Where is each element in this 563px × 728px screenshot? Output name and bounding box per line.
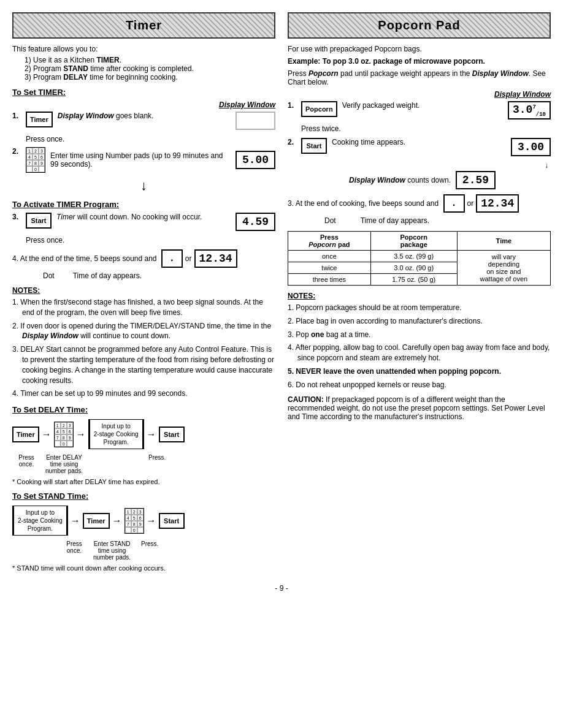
step4-display-val: 12.34 xyxy=(199,252,232,265)
stand-press2-label: Press. xyxy=(137,540,163,561)
note-2: 2. If oven door is opened during the TIM… xyxy=(12,321,275,342)
table-cell-pkg-2: 3.0 oz. (90 g) xyxy=(370,262,457,274)
pop-dw-text: counts down. xyxy=(407,176,451,184)
step1-press: Press once. xyxy=(26,135,275,143)
step2-desc: Enter time using Number pads (up to 99 m… xyxy=(50,151,223,169)
step4-or: or xyxy=(185,254,192,263)
pop-dw-desc: Display Window counts down. xyxy=(349,176,451,184)
popcorn-example: Example: To pop 3.0 oz. package of micro… xyxy=(288,57,551,66)
notes-title-right: NOTES: xyxy=(288,292,551,300)
pop-dw-italic: Display Window xyxy=(349,176,405,184)
stand-bracket: Input up to2-stage CookingProgram. xyxy=(12,506,68,536)
step4-labels: Dot Time of day appears. xyxy=(43,271,275,280)
stand-labels: Pressonce. Enter STANDtime usingnumber p… xyxy=(12,540,275,561)
step2-content: Enter time using Number pads (up to 99 m… xyxy=(50,151,231,169)
pop-down-arrow: ↓ xyxy=(288,161,551,170)
step4-dot-display: . xyxy=(161,249,183,268)
pop-step2-content: Cooking time appears. xyxy=(332,138,506,146)
step3-display: 4.59 xyxy=(236,213,275,231)
step1-num: 1. xyxy=(12,112,21,120)
stand-arrow3: → xyxy=(147,515,156,526)
down-arrow: ↓ xyxy=(12,178,275,194)
stand-press-label: Pressonce. xyxy=(61,540,87,561)
stand-enter-label: Enter STANDtime usingnumber pads. xyxy=(93,540,131,561)
stand-start-button[interactable]: Start xyxy=(159,513,185,529)
caution-text: CAUTION: If prepackaged popcorn is of a … xyxy=(288,395,551,421)
step3-italic: Timer xyxy=(56,213,75,221)
table-cell-press-1: once xyxy=(288,251,371,262)
timer-button-1[interactable]: Timer xyxy=(26,112,53,127)
timer-step-2: 2. 123 456 789 0 Enter time using Number… xyxy=(12,147,275,173)
step1-dw-italic: Display Window xyxy=(58,112,114,120)
delay-note: * Cooking will start after DELAY time ha… xyxy=(12,478,275,485)
delay-labels: Pressonce. Enter DELAYtime usingnumber p… xyxy=(13,454,275,474)
delay-enter-label: Enter DELAYtime usingnumber pads. xyxy=(45,454,83,474)
display-window-label-1: Display Window xyxy=(12,100,275,109)
delay-press2-label: Press. xyxy=(144,454,170,474)
step2-num: 2. xyxy=(12,147,21,156)
delay-btn1-col: Timer xyxy=(12,427,39,442)
delay-arrow3: → xyxy=(147,429,156,440)
popcorn-step-1: 1. Popcorn Verify packaged weight. 3.07/… xyxy=(288,101,551,119)
table-row: once 3.5 oz. (99 g) will varydependingon… xyxy=(288,251,551,262)
delay-title: To Set DELAY Time: xyxy=(12,405,275,414)
pop-dot-label: Dot xyxy=(324,216,336,225)
pop-step3-display-val: 12.34 xyxy=(481,197,514,210)
start-button-pop[interactable]: Start xyxy=(301,138,327,154)
delay-start-button[interactable]: Start xyxy=(159,427,185,442)
popcorn-header: Popcorn Pad xyxy=(288,12,551,39)
dot-label: Dot xyxy=(43,271,55,280)
right-column: Popcorn Pad For use with prepackaged Pop… xyxy=(288,12,551,572)
note-3: 3. DELAY Start cannot be programmed befo… xyxy=(12,344,275,385)
pop-note-2: 2. Place bag in oven according to manufa… xyxy=(288,316,551,327)
notes-title-left: NOTES: xyxy=(12,286,275,295)
table-cell-pkg-3: 1.75 oz. (50 g) xyxy=(370,274,457,286)
table-header-time: Time xyxy=(457,232,550,251)
notes-section-right: NOTES: 1. Popcorn packages should be at … xyxy=(288,292,551,390)
popcorn-button-1[interactable]: Popcorn xyxy=(301,101,337,117)
delay-arrow2: → xyxy=(76,429,86,440)
activate-timer-title: To Activate TIMER Program: xyxy=(12,200,275,209)
popcorn-step-2: 2. Start Cooking time appears. 3.00 xyxy=(288,138,551,156)
pop-step1-btn-col: Popcorn xyxy=(301,101,337,117)
stand-note: * STAND time will count down after cooki… xyxy=(12,564,275,572)
numpad-step2: 123 456 789 0 xyxy=(26,147,45,173)
pop-note-5: 5. NEVER leave the oven unattended when … xyxy=(288,366,551,377)
stand-title: To Set STAND Time: xyxy=(12,491,275,501)
popcorn-intro: For use with prepackaged Popcorn bags. xyxy=(288,45,551,53)
step1-content: Display Window goes blank. xyxy=(58,112,231,120)
step4-time-display: 12.34 xyxy=(194,249,237,268)
left-column: Timer This feature allows you to: 1) Use… xyxy=(12,12,275,572)
pop-step2-display2: 2.59 xyxy=(456,171,496,189)
pop-step1-display: 3.07/10 xyxy=(508,101,551,119)
popcorn-press-desc: Press Popcorn pad until package weight a… xyxy=(288,69,551,86)
step3-content: Timer will count down. No cooking will o… xyxy=(56,213,231,221)
pop-step3-labels: Dot Time of day appears. xyxy=(324,216,551,225)
table-header-package: Popcornpackage xyxy=(370,232,457,251)
note-1: 1. When the first/second stage has finis… xyxy=(12,297,275,318)
timer-step-3: 3. Start Timer will count down. No cooki… xyxy=(12,213,275,231)
pop-step1-desc: Verify packaged weight. xyxy=(342,101,420,110)
delay-timer-button[interactable]: Timer xyxy=(12,427,39,442)
start-button-1[interactable]: Start xyxy=(26,213,52,229)
tod-label: Time of day appears. xyxy=(73,271,142,280)
pop-step3-desc: 3. At the end of cooking, five beeps sou… xyxy=(288,199,439,208)
popcorn-table: PressPopcorn pad Popcornpackage Time onc… xyxy=(288,231,551,286)
pop-step1-num: 1. xyxy=(288,101,296,110)
popcorn-title: Popcorn Pad xyxy=(378,18,460,32)
timer-header: Timer xyxy=(12,12,275,39)
timer-step-4: 4. At the end of the time, 5 beeps sound… xyxy=(12,249,275,268)
delay-numpad-col: 123 456 789 0 xyxy=(54,422,74,447)
step3-num: 3. xyxy=(12,213,21,221)
pop-step2-countdown: Display Window counts down. 2.59 xyxy=(349,171,551,189)
page-number: - 9 - xyxy=(12,584,551,593)
delay-bracket: Input up to2-stage CookingProgram. xyxy=(88,419,144,449)
table-cell-pkg-1: 3.5 oz. (99 g) xyxy=(370,251,457,262)
stand-timer-button[interactable]: Timer xyxy=(83,513,110,529)
intro-item-2: 2) Program STAND time after cooking is c… xyxy=(25,64,275,73)
set-timer-title: To Set TIMER: xyxy=(12,88,275,97)
caution-body: If prepackaged popcorn is of a different… xyxy=(288,395,545,421)
timer-intro-list: 1) Use it as a Kitchen TIMER. 2) Program… xyxy=(25,56,275,82)
pop-note-4: 4. After popping, allow bag to cool. Car… xyxy=(288,343,551,363)
pop-note-6: 6. Do not reheat unpopped kernels or reu… xyxy=(288,380,551,390)
